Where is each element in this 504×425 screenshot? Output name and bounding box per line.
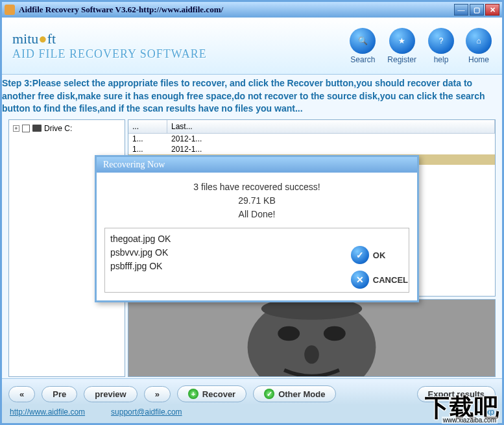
dialog-status-line1: 3 files have recovered success! (104, 180, 409, 194)
home-icon: ⌂ (466, 28, 492, 54)
tree-item-label: Drive C: (44, 124, 72, 133)
table-row[interactable]: 1...2012-1... (128, 144, 495, 154)
help-icon: ? (428, 28, 454, 54)
list-header: ... Last... (128, 120, 495, 134)
home-button[interactable]: ⌂Home (466, 28, 492, 64)
dialog-status: 3 files have recovered success! 29.71 KB… (104, 180, 409, 221)
brand-text-2: ft (47, 30, 56, 47)
next-page-button[interactable]: » (144, 386, 171, 402)
app-icon (5, 5, 15, 15)
header-btn-label: help (434, 55, 449, 64)
close-icon: ✕ (351, 271, 369, 289)
instructions-text: Step 3:Please select the appropriate fil… (2, 75, 502, 118)
recovered-file-line: thegoat.jpg OK (110, 232, 403, 246)
preview-panel (128, 299, 496, 377)
svg-point-3 (324, 326, 346, 341)
svg-point-2 (278, 326, 300, 341)
window-title: Aidfile Recovery Software V3.62-http://w… (19, 5, 454, 15)
dialog-status-line3: All Done! (104, 208, 409, 221)
footer-url-link[interactable]: http://www.aidfile.com (10, 407, 85, 417)
check-icon: ✓ (264, 389, 274, 399)
search-icon: 🔍 (350, 28, 376, 54)
close-button[interactable]: ✕ (485, 4, 499, 16)
expand-icon[interactable]: + (13, 125, 19, 132)
footer-email-link[interactable]: support@aidfile.com (111, 407, 182, 417)
dialog-ok-button[interactable]: ✓ OK (351, 246, 408, 264)
minimize-button[interactable]: — (454, 4, 468, 16)
help-button[interactable]: ?help (428, 28, 454, 64)
preview-image (128, 300, 495, 376)
brand-logo-o: ● (38, 30, 47, 47)
dialog-title-text: Recovering Now (103, 160, 165, 170)
checkbox[interactable] (22, 125, 30, 132)
col-header-a[interactable]: ... (128, 120, 167, 133)
other-mode-button[interactable]: ✓Other Mode (253, 385, 336, 402)
brand-text-1: mitu (12, 30, 38, 47)
svg-point-4 (304, 345, 319, 363)
titlebar: Aidfile Recovery Software V3.62-http://w… (2, 2, 502, 18)
tree-item-drive-c[interactable]: + Drive C: (13, 124, 121, 133)
table-row[interactable]: 1...2012-1... (128, 134, 495, 144)
dialog-cancel-button[interactable]: ✕ CANCEL (351, 271, 408, 289)
header-btn-label: Register (387, 55, 416, 64)
brand-subtitle: AID FILE RECOVERY SOFTWARE (12, 47, 350, 61)
dialog-status-line2: 29.71 KB (104, 194, 409, 208)
brand: mitu●ft AID FILE RECOVERY SOFTWARE (12, 30, 350, 61)
pre-button[interactable]: Pre (42, 386, 77, 402)
preview-button[interactable]: preview (84, 386, 137, 402)
prev-page-button[interactable]: « (8, 386, 35, 402)
header-btn-label: Home (468, 55, 489, 64)
header-btn-label: Search (350, 55, 375, 64)
register-icon: ★ (389, 28, 415, 54)
header: mitu●ft AID FILE RECOVERY SOFTWARE 🔍Sear… (2, 18, 502, 75)
maximize-button[interactable]: ▢ (470, 4, 484, 16)
recovering-dialog: Recovering Now 3 files have recovered su… (95, 155, 419, 302)
dialog-titlebar: Recovering Now (97, 157, 417, 173)
col-header-b[interactable]: Last... (167, 120, 495, 133)
recover-button[interactable]: +Recover (177, 385, 246, 402)
register-button[interactable]: ★Register (387, 28, 416, 64)
check-icon: ✓ (351, 246, 369, 264)
plus-icon: + (188, 389, 198, 399)
search-button[interactable]: 🔍Search (350, 28, 376, 64)
watermark-url: www.xiazaiba.com (442, 417, 498, 424)
drive-icon (32, 125, 42, 132)
